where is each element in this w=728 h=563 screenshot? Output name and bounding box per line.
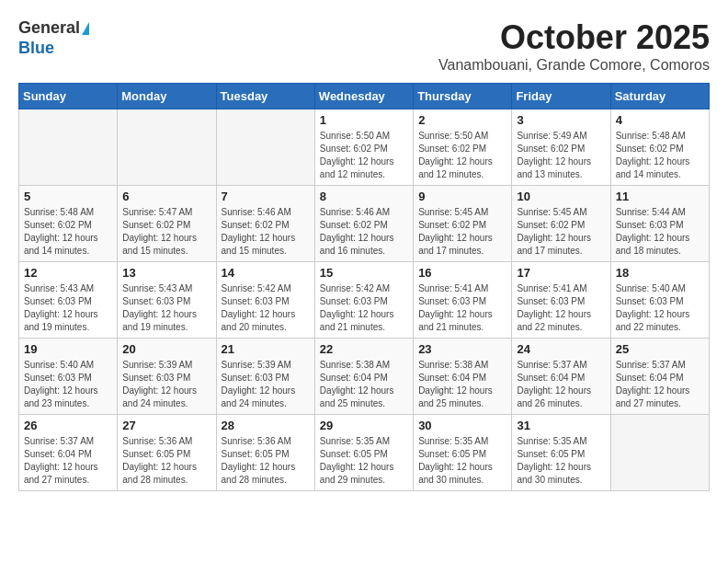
day-number: 12 [24,266,112,280]
calendar-cell: 9Sunrise: 5:45 AM Sunset: 6:02 PM Daylig… [414,186,512,262]
calendar-cell: 6Sunrise: 5:47 AM Sunset: 6:02 PM Daylig… [118,186,216,262]
day-number: 28 [222,419,310,432]
weekday-header-thursday: Thursday [414,84,512,109]
calendar-cell [118,109,216,186]
day-number: 1 [320,113,408,127]
calendar-week-5: 26Sunrise: 5:37 AM Sunset: 6:04 PM Dayli… [19,415,710,491]
calendar-cell: 17Sunrise: 5:41 AM Sunset: 6:03 PM Dayli… [512,262,610,339]
day-info: Sunrise: 5:48 AM Sunset: 6:02 PM Dayligh… [24,206,112,258]
calendar-cell: 11Sunrise: 5:44 AM Sunset: 6:03 PM Dayli… [610,186,709,262]
page-header: General Blue October 2025 Vanambouani, G… [18,18,710,74]
calendar-cell: 24Sunrise: 5:37 AM Sunset: 6:04 PM Dayli… [512,339,610,415]
day-info: Sunrise: 5:46 AM Sunset: 6:02 PM Dayligh… [222,206,310,258]
day-info: Sunrise: 5:44 AM Sunset: 6:03 PM Dayligh… [616,206,704,258]
day-number: 18 [616,266,704,280]
weekday-header-friday: Friday [512,84,610,109]
calendar-cell: 5Sunrise: 5:48 AM Sunset: 6:02 PM Daylig… [19,186,118,262]
day-number: 7 [222,190,310,203]
day-number: 3 [517,113,605,127]
weekday-header-sunday: Sunday [19,84,118,109]
calendar-cell: 3Sunrise: 5:49 AM Sunset: 6:02 PM Daylig… [512,109,610,186]
day-number: 20 [122,342,210,356]
weekday-header-tuesday: Tuesday [216,84,314,109]
calendar-cell [610,415,709,491]
weekday-header-monday: Monday [118,84,216,109]
day-info: Sunrise: 5:35 AM Sunset: 6:05 PM Dayligh… [320,435,408,487]
day-number: 31 [517,419,605,432]
calendar-week-4: 19Sunrise: 5:40 AM Sunset: 6:03 PM Dayli… [19,339,710,415]
calendar-cell: 12Sunrise: 5:43 AM Sunset: 6:03 PM Dayli… [19,262,118,339]
day-info: Sunrise: 5:38 AM Sunset: 6:04 PM Dayligh… [320,359,408,410]
day-info: Sunrise: 5:39 AM Sunset: 6:03 PM Dayligh… [222,359,310,410]
day-info: Sunrise: 5:40 AM Sunset: 6:03 PM Dayligh… [616,282,704,334]
day-info: Sunrise: 5:39 AM Sunset: 6:03 PM Dayligh… [122,359,210,410]
day-number: 15 [320,266,408,280]
calendar-cell: 25Sunrise: 5:37 AM Sunset: 6:04 PM Dayli… [610,339,709,415]
calendar-cell: 1Sunrise: 5:50 AM Sunset: 6:02 PM Daylig… [314,109,413,186]
day-info: Sunrise: 5:45 AM Sunset: 6:02 PM Dayligh… [517,206,605,258]
day-info: Sunrise: 5:47 AM Sunset: 6:02 PM Dayligh… [122,206,210,258]
calendar-cell: 22Sunrise: 5:38 AM Sunset: 6:04 PM Dayli… [314,339,413,415]
logo-general-text: General [18,18,80,39]
location-title: Vanambouani, Grande Comore, Comoros [438,57,710,74]
day-info: Sunrise: 5:40 AM Sunset: 6:03 PM Dayligh… [24,359,112,410]
day-info: Sunrise: 5:36 AM Sunset: 6:05 PM Dayligh… [222,435,310,487]
day-number: 2 [418,113,506,127]
day-info: Sunrise: 5:37 AM Sunset: 6:04 PM Dayligh… [616,359,704,410]
calendar-cell [216,109,314,186]
day-info: Sunrise: 5:42 AM Sunset: 6:03 PM Dayligh… [320,282,408,334]
weekday-header-wednesday: Wednesday [314,84,413,109]
calendar-week-1: 1Sunrise: 5:50 AM Sunset: 6:02 PM Daylig… [19,109,710,186]
calendar-cell: 30Sunrise: 5:35 AM Sunset: 6:05 PM Dayli… [414,415,512,491]
day-number: 8 [320,190,408,203]
calendar-cell: 4Sunrise: 5:48 AM Sunset: 6:02 PM Daylig… [610,109,709,186]
day-number: 6 [122,190,210,203]
day-number: 24 [517,342,605,356]
calendar-cell: 18Sunrise: 5:40 AM Sunset: 6:03 PM Dayli… [610,262,709,339]
day-number: 17 [517,266,605,280]
day-number: 9 [418,190,506,203]
logo: General Blue [18,18,89,58]
month-title: October 2025 [438,18,710,57]
day-info: Sunrise: 5:35 AM Sunset: 6:05 PM Dayligh… [418,435,506,487]
day-info: Sunrise: 5:41 AM Sunset: 6:03 PM Dayligh… [517,282,605,334]
title-section: October 2025 Vanambouani, Grande Comore,… [438,18,710,74]
calendar-table: SundayMondayTuesdayWednesdayThursdayFrid… [18,83,710,491]
calendar-cell: 26Sunrise: 5:37 AM Sunset: 6:04 PM Dayli… [19,415,118,491]
day-info: Sunrise: 5:50 AM Sunset: 6:02 PM Dayligh… [320,130,408,181]
day-info: Sunrise: 5:41 AM Sunset: 6:03 PM Dayligh… [418,282,506,334]
calendar-cell [19,109,118,186]
day-number: 22 [320,342,408,356]
day-number: 30 [418,419,506,432]
calendar-cell: 20Sunrise: 5:39 AM Sunset: 6:03 PM Dayli… [118,339,216,415]
logo-blue-text: Blue [18,39,89,59]
day-number: 10 [517,190,605,203]
day-number: 21 [222,342,310,356]
day-info: Sunrise: 5:37 AM Sunset: 6:04 PM Dayligh… [24,435,112,487]
day-number: 5 [24,190,112,203]
calendar-cell: 8Sunrise: 5:46 AM Sunset: 6:02 PM Daylig… [314,186,413,262]
calendar-week-3: 12Sunrise: 5:43 AM Sunset: 6:03 PM Dayli… [19,262,710,339]
calendar-cell: 7Sunrise: 5:46 AM Sunset: 6:02 PM Daylig… [216,186,314,262]
day-number: 11 [616,190,704,203]
day-number: 16 [418,266,506,280]
day-number: 26 [24,419,112,432]
day-number: 23 [418,342,506,356]
day-number: 19 [24,342,112,356]
calendar-cell: 29Sunrise: 5:35 AM Sunset: 6:05 PM Dayli… [314,415,413,491]
day-info: Sunrise: 5:43 AM Sunset: 6:03 PM Dayligh… [24,282,112,334]
calendar-cell: 14Sunrise: 5:42 AM Sunset: 6:03 PM Dayli… [216,262,314,339]
day-info: Sunrise: 5:42 AM Sunset: 6:03 PM Dayligh… [222,282,310,334]
weekday-header-row: SundayMondayTuesdayWednesdayThursdayFrid… [19,84,710,109]
day-info: Sunrise: 5:46 AM Sunset: 6:02 PM Dayligh… [320,206,408,258]
day-info: Sunrise: 5:45 AM Sunset: 6:02 PM Dayligh… [418,206,506,258]
day-info: Sunrise: 5:38 AM Sunset: 6:04 PM Dayligh… [418,359,506,410]
day-number: 4 [616,113,704,127]
day-number: 25 [616,342,704,356]
day-info: Sunrise: 5:50 AM Sunset: 6:02 PM Dayligh… [418,130,506,181]
calendar-cell: 16Sunrise: 5:41 AM Sunset: 6:03 PM Dayli… [414,262,512,339]
day-info: Sunrise: 5:36 AM Sunset: 6:05 PM Dayligh… [122,435,210,487]
day-number: 27 [122,419,210,432]
day-number: 13 [122,266,210,280]
calendar-cell: 28Sunrise: 5:36 AM Sunset: 6:05 PM Dayli… [216,415,314,491]
